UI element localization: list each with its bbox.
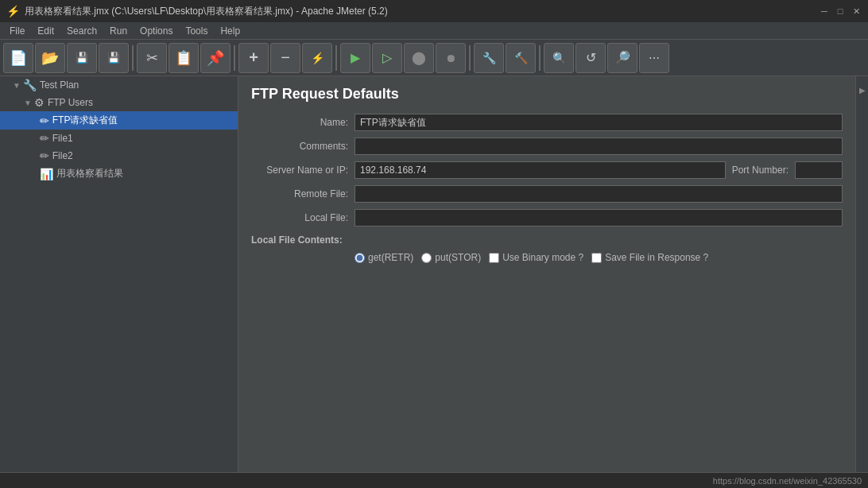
status-bar: https://blog.csdn.net/weixin_42365530 xyxy=(0,472,868,488)
put-stor-radio-label[interactable]: put(STOR) xyxy=(421,252,481,263)
reset-button[interactable]: ↺ xyxy=(575,43,606,73)
stop-button[interactable]: ⬤ xyxy=(404,43,434,73)
start-no-pause-button[interactable]: ▷ xyxy=(372,43,402,73)
sidebar-item-result-viewer[interactable]: 📊 用表格察看结果 xyxy=(0,165,238,183)
shutdown-button[interactable]: ⏺ xyxy=(436,43,466,73)
panel-title: FTP Request Defaults xyxy=(251,86,843,103)
close-button[interactable]: ✕ xyxy=(851,6,862,17)
toolbar-separator-5 xyxy=(539,45,541,71)
comments-input[interactable] xyxy=(355,137,843,155)
right-indicator: ▶ xyxy=(855,76,868,472)
name-row: Name: xyxy=(251,114,843,131)
ftp-defaults-icon: ✏ xyxy=(40,114,49,127)
use-binary-checkbox[interactable] xyxy=(489,253,499,263)
file2-icon: ✏ xyxy=(40,149,49,162)
toggle-button[interactable]: ⚡ xyxy=(302,43,332,73)
minimize-button[interactable]: ─ xyxy=(819,6,830,17)
result-viewer-icon: 📊 xyxy=(40,168,53,180)
save-button[interactable]: 💾 xyxy=(99,43,129,73)
menu-options[interactable]: Options xyxy=(134,24,179,38)
file1-label: File1 xyxy=(52,133,73,144)
comments-label: Comments: xyxy=(251,141,355,152)
new-button[interactable]: 📄 xyxy=(3,43,33,73)
remote-file-input[interactable] xyxy=(355,185,843,203)
local-file-contents-title: Local File Contents: xyxy=(251,234,843,246)
main-layout: ▼ 🔧 Test Plan ▼ ⚙ FTP Users ✏ FTP请求缺省值 ✏… xyxy=(0,76,868,472)
clear-all-button[interactable]: 🔨 xyxy=(506,43,536,73)
local-file-row: Local File: xyxy=(251,209,843,227)
get-retr-radio[interactable] xyxy=(355,253,365,263)
more-button[interactable]: ⋯ xyxy=(639,43,669,73)
add-button[interactable]: + xyxy=(238,43,269,73)
menu-tools[interactable]: Tools xyxy=(179,24,214,38)
sidebar: ▼ 🔧 Test Plan ▼ ⚙ FTP Users ✏ FTP请求缺省值 ✏… xyxy=(0,76,238,472)
result-viewer-label: 用表格察看结果 xyxy=(56,167,123,180)
sidebar-item-file1[interactable]: ✏ File1 xyxy=(0,130,238,147)
save-file-label: Save File in Response ? xyxy=(605,252,708,263)
use-binary-checkbox-label[interactable]: Use Binary mode ? xyxy=(489,252,583,263)
ftp-users-label: FTP Users xyxy=(48,97,93,108)
menu-run[interactable]: Run xyxy=(103,24,134,38)
server-row: Server Name or IP: Port Number: xyxy=(251,161,843,179)
name-label: Name: xyxy=(251,117,355,128)
save-file-checkbox[interactable] xyxy=(591,253,602,263)
sidebar-item-file2[interactable]: ✏ File2 xyxy=(0,147,238,165)
open-button[interactable]: 📂 xyxy=(35,43,65,73)
file1-icon: ✏ xyxy=(40,132,49,145)
sidebar-item-test-plan[interactable]: ▼ 🔧 Test Plan xyxy=(0,76,238,94)
toolbar: 📄 📂 💾 💾 ✂ 📋 📌 + − ⚡ ▶ ▷ ⬤ ⏺ 🔧 🔨 🔍 ↺ 🔎 ⋯ xyxy=(0,40,868,76)
put-stor-radio[interactable] xyxy=(421,253,432,263)
remote-file-label: Remote File: xyxy=(251,188,355,199)
start-button[interactable]: ▶ xyxy=(340,43,370,73)
remote-file-row: Remote File: xyxy=(251,185,843,203)
menu-file[interactable]: File xyxy=(3,24,31,38)
ftp-defaults-label: FTP请求缺省值 xyxy=(52,114,118,127)
test-plan-label: Test Plan xyxy=(40,79,79,91)
server-input[interactable] xyxy=(355,161,726,179)
use-binary-label: Use Binary mode ? xyxy=(502,252,583,263)
copy-button[interactable]: 📋 xyxy=(169,43,199,73)
toolbar-separator-3 xyxy=(335,45,337,71)
sidebar-item-ftp-defaults[interactable]: ✏ FTP请求缺省值 xyxy=(0,111,238,130)
port-input[interactable] xyxy=(795,161,843,179)
arrow-icon xyxy=(35,116,37,125)
menu-search[interactable]: Search xyxy=(60,24,103,38)
arrow-icon xyxy=(35,152,37,161)
extra-button[interactable]: 🔎 xyxy=(607,43,637,73)
search-button[interactable]: 🔍 xyxy=(544,43,574,73)
sidebar-item-ftp-users[interactable]: ▼ ⚙ FTP Users xyxy=(0,94,238,111)
arrow-icon xyxy=(35,134,37,143)
save-file-checkbox-label[interactable]: Save File in Response ? xyxy=(591,252,708,263)
server-label: Server Name or IP: xyxy=(251,165,355,176)
arrow-icon: ▼ xyxy=(13,81,21,90)
get-retr-radio-label[interactable]: get(RETR) xyxy=(355,252,413,263)
title-text: 用表格察看结果.jmx (C:\Users\LF\Desktop\用表格察看结果… xyxy=(25,5,819,18)
put-stor-label: put(STOR) xyxy=(435,252,481,263)
paste-button[interactable]: 📌 xyxy=(200,43,231,73)
scroll-indicator: ▶ xyxy=(858,86,866,95)
test-plan-icon: 🔧 xyxy=(23,79,37,91)
maximize-button[interactable]: □ xyxy=(835,6,846,17)
ftp-users-icon: ⚙ xyxy=(34,96,45,109)
menu-edit[interactable]: Edit xyxy=(31,24,60,38)
menu-bar: File Edit Search Run Options Tools Help xyxy=(0,22,868,40)
toolbar-separator-4 xyxy=(469,45,471,71)
name-input[interactable] xyxy=(355,114,843,131)
content-area: FTP Request Defaults Name: Comments: Ser… xyxy=(238,76,855,472)
title-bar: ⚡ 用表格察看结果.jmx (C:\Users\LF\Desktop\用表格察看… xyxy=(0,0,868,22)
cut-button[interactable]: ✂ xyxy=(137,43,167,73)
remove-button[interactable]: − xyxy=(270,43,300,73)
port-label: Port Number: xyxy=(726,165,795,176)
status-url: https://blog.csdn.net/weixin_42365530 xyxy=(713,476,862,486)
comments-row: Comments: xyxy=(251,137,843,155)
local-file-label: Local File: xyxy=(251,212,355,223)
local-file-input[interactable] xyxy=(355,209,843,227)
app-icon: ⚡ xyxy=(6,5,20,17)
toolbar-separator-1 xyxy=(132,45,134,71)
clear-button[interactable]: 🔧 xyxy=(474,43,504,73)
menu-help[interactable]: Help xyxy=(214,24,246,38)
window-controls: ─ □ ✕ xyxy=(819,6,862,17)
file-options-row: get(RETR) put(STOR) Use Binary mode ? Sa… xyxy=(251,252,843,263)
get-retr-label: get(RETR) xyxy=(368,252,413,263)
save-template-button[interactable]: 💾 xyxy=(67,43,97,73)
